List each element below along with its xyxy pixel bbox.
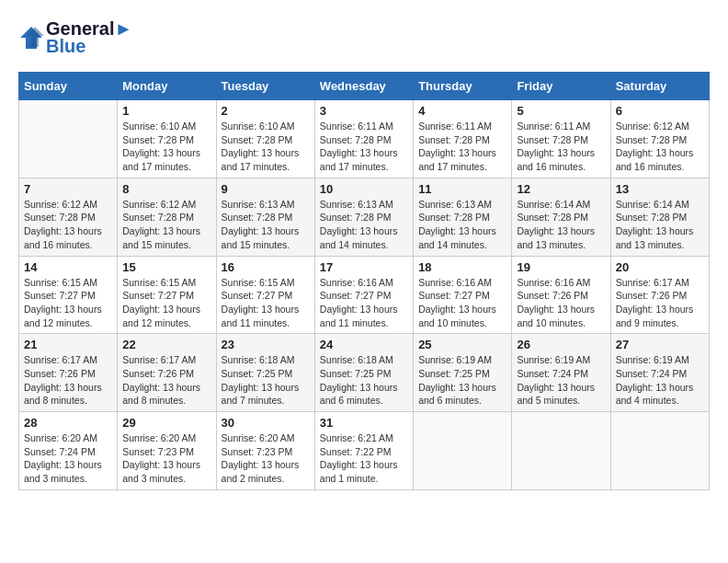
day-number: 10	[320, 182, 408, 196]
weekday-header: Sunday	[19, 73, 118, 100]
day-number: 17	[320, 260, 408, 274]
calendar-day: 20Sunrise: 6:17 AM Sunset: 7:26 PM Dayli…	[610, 256, 709, 334]
day-info: Sunrise: 6:20 AM Sunset: 7:23 PM Dayligh…	[122, 431, 210, 486]
day-number: 23	[222, 338, 310, 351]
day-info: Sunrise: 6:14 AM Sunset: 7:28 PM Dayligh…	[517, 198, 605, 252]
day-info: Sunrise: 6:12 AM Sunset: 7:28 PM Dayligh…	[122, 198, 210, 252]
day-number: 27	[616, 338, 704, 351]
day-number: 14	[24, 260, 112, 274]
day-number: 15	[122, 260, 210, 274]
calendar-day: 9Sunrise: 6:13 AM Sunset: 7:28 PM Daylig…	[216, 178, 314, 256]
day-number: 25	[418, 338, 506, 351]
day-info: Sunrise: 6:17 AM Sunset: 7:26 PM Dayligh…	[24, 353, 112, 408]
day-number: 12	[517, 182, 605, 196]
day-info: Sunrise: 6:19 AM Sunset: 7:24 PM Dayligh…	[517, 353, 605, 408]
calendar-day: 21Sunrise: 6:17 AM Sunset: 7:26 PM Dayli…	[19, 334, 118, 412]
day-number: 30	[222, 416, 310, 430]
day-number: 5	[517, 104, 605, 118]
calendar-day: 31Sunrise: 6:21 AM Sunset: 7:22 PM Dayli…	[314, 412, 413, 490]
calendar-day: 1Sunrise: 6:10 AM Sunset: 7:28 PM Daylig…	[118, 100, 216, 178]
calendar-day: 4Sunrise: 6:11 AM Sunset: 7:28 PM Daylig…	[414, 100, 512, 178]
calendar-day: 3Sunrise: 6:11 AM Sunset: 7:28 PM Daylig…	[314, 100, 413, 178]
calendar-day: 24Sunrise: 6:18 AM Sunset: 7:25 PM Dayli…	[314, 334, 413, 412]
calendar-day: 16Sunrise: 6:15 AM Sunset: 7:27 PM Dayli…	[216, 256, 314, 334]
day-info: Sunrise: 6:11 AM Sunset: 7:28 PM Dayligh…	[517, 120, 605, 174]
calendar-day: 22Sunrise: 6:17 AM Sunset: 7:26 PM Dayli…	[118, 334, 216, 412]
calendar-day: 23Sunrise: 6:18 AM Sunset: 7:25 PM Dayli…	[216, 334, 314, 412]
day-info: Sunrise: 6:11 AM Sunset: 7:28 PM Dayligh…	[418, 120, 506, 174]
weekday-header: Tuesday	[216, 73, 314, 100]
day-number: 16	[222, 260, 310, 274]
calendar-day: 5Sunrise: 6:11 AM Sunset: 7:28 PM Daylig…	[512, 100, 610, 178]
day-info: Sunrise: 6:14 AM Sunset: 7:28 PM Dayligh…	[616, 198, 704, 252]
calendar-day: 7Sunrise: 6:12 AM Sunset: 7:28 PM Daylig…	[19, 178, 118, 256]
day-info: Sunrise: 6:15 AM Sunset: 7:27 PM Dayligh…	[122, 276, 210, 330]
calendar-day: 19Sunrise: 6:16 AM Sunset: 7:26 PM Dayli…	[512, 256, 610, 334]
day-info: Sunrise: 6:11 AM Sunset: 7:28 PM Dayligh…	[320, 120, 408, 174]
day-info: Sunrise: 6:20 AM Sunset: 7:24 PM Dayligh…	[24, 431, 112, 486]
day-info: Sunrise: 6:10 AM Sunset: 7:28 PM Dayligh…	[122, 120, 210, 174]
day-number: 21	[24, 338, 112, 351]
day-info: Sunrise: 6:21 AM Sunset: 7:22 PM Dayligh…	[320, 431, 408, 486]
day-number: 29	[122, 416, 210, 430]
calendar-day: 28Sunrise: 6:20 AM Sunset: 7:24 PM Dayli…	[19, 412, 118, 490]
day-number: 13	[616, 182, 704, 196]
calendar-day: 11Sunrise: 6:13 AM Sunset: 7:28 PM Dayli…	[414, 178, 512, 256]
calendar-day: 10Sunrise: 6:13 AM Sunset: 7:28 PM Dayli…	[314, 178, 413, 256]
day-info: Sunrise: 6:16 AM Sunset: 7:26 PM Dayligh…	[517, 276, 605, 330]
calendar-day: 13Sunrise: 6:14 AM Sunset: 7:28 PM Dayli…	[610, 178, 709, 256]
day-number: 31	[320, 416, 408, 430]
day-info: Sunrise: 6:16 AM Sunset: 7:27 PM Dayligh…	[320, 276, 408, 330]
calendar-day: 18Sunrise: 6:16 AM Sunset: 7:27 PM Dayli…	[414, 256, 512, 334]
day-info: Sunrise: 6:18 AM Sunset: 7:25 PM Dayligh…	[320, 353, 408, 408]
day-info: Sunrise: 6:12 AM Sunset: 7:28 PM Dayligh…	[616, 120, 704, 174]
calendar-header: SundayMondayTuesdayWednesdayThursdayFrid…	[19, 73, 710, 100]
day-info: Sunrise: 6:10 AM Sunset: 7:28 PM Dayligh…	[222, 120, 310, 174]
day-info: Sunrise: 6:20 AM Sunset: 7:23 PM Dayligh…	[222, 431, 310, 486]
day-number: 28	[24, 416, 112, 430]
day-info: Sunrise: 6:17 AM Sunset: 7:26 PM Dayligh…	[122, 353, 210, 408]
day-number: 8	[122, 182, 210, 196]
day-number: 3	[320, 104, 408, 118]
empty-day	[19, 100, 118, 178]
day-info: Sunrise: 6:17 AM Sunset: 7:26 PM Dayligh…	[616, 276, 704, 330]
weekday-header: Monday	[118, 73, 216, 100]
day-number: 4	[418, 104, 506, 118]
day-info: Sunrise: 6:19 AM Sunset: 7:25 PM Dayligh…	[418, 353, 506, 408]
weekday-header: Wednesday	[314, 73, 413, 100]
day-info: Sunrise: 6:12 AM Sunset: 7:28 PM Dayligh…	[24, 198, 112, 252]
day-info: Sunrise: 6:15 AM Sunset: 7:27 PM Dayligh…	[24, 276, 112, 330]
weekday-header: Friday	[512, 73, 610, 100]
page-header: General► Blue	[18, 18, 710, 57]
weekday-header: Thursday	[414, 73, 512, 100]
day-number: 24	[320, 338, 408, 351]
day-number: 11	[418, 182, 506, 196]
day-number: 18	[418, 260, 506, 274]
day-info: Sunrise: 6:15 AM Sunset: 7:27 PM Dayligh…	[222, 276, 310, 330]
day-number: 9	[222, 182, 310, 196]
day-number: 1	[122, 104, 210, 118]
day-number: 7	[24, 182, 112, 196]
logo: General► Blue	[18, 18, 132, 57]
day-number: 19	[517, 260, 605, 274]
calendar-day: 29Sunrise: 6:20 AM Sunset: 7:23 PM Dayli…	[118, 412, 216, 490]
calendar-day: 26Sunrise: 6:19 AM Sunset: 7:24 PM Dayli…	[512, 334, 610, 412]
calendar-day: 25Sunrise: 6:19 AM Sunset: 7:25 PM Dayli…	[414, 334, 512, 412]
day-info: Sunrise: 6:19 AM Sunset: 7:24 PM Dayligh…	[616, 353, 704, 408]
calendar-day: 8Sunrise: 6:12 AM Sunset: 7:28 PM Daylig…	[118, 178, 216, 256]
calendar-day: 2Sunrise: 6:10 AM Sunset: 7:28 PM Daylig…	[216, 100, 314, 178]
calendar-day: 6Sunrise: 6:12 AM Sunset: 7:28 PM Daylig…	[610, 100, 709, 178]
calendar-day: 27Sunrise: 6:19 AM Sunset: 7:24 PM Dayli…	[610, 334, 709, 412]
day-info: Sunrise: 6:13 AM Sunset: 7:28 PM Dayligh…	[320, 198, 408, 252]
calendar-day: 30Sunrise: 6:20 AM Sunset: 7:23 PM Dayli…	[216, 412, 314, 490]
day-info: Sunrise: 6:18 AM Sunset: 7:25 PM Dayligh…	[222, 353, 310, 408]
day-number: 2	[222, 104, 310, 118]
empty-day	[512, 412, 610, 490]
day-info: Sunrise: 6:13 AM Sunset: 7:28 PM Dayligh…	[418, 198, 506, 252]
day-number: 6	[616, 104, 704, 118]
logo-icon	[18, 25, 44, 51]
calendar-day: 12Sunrise: 6:14 AM Sunset: 7:28 PM Dayli…	[512, 178, 610, 256]
calendar-table: SundayMondayTuesdayWednesdayThursdayFrid…	[18, 72, 710, 490]
day-number: 26	[517, 338, 605, 351]
calendar-day: 17Sunrise: 6:16 AM Sunset: 7:27 PM Dayli…	[314, 256, 413, 334]
